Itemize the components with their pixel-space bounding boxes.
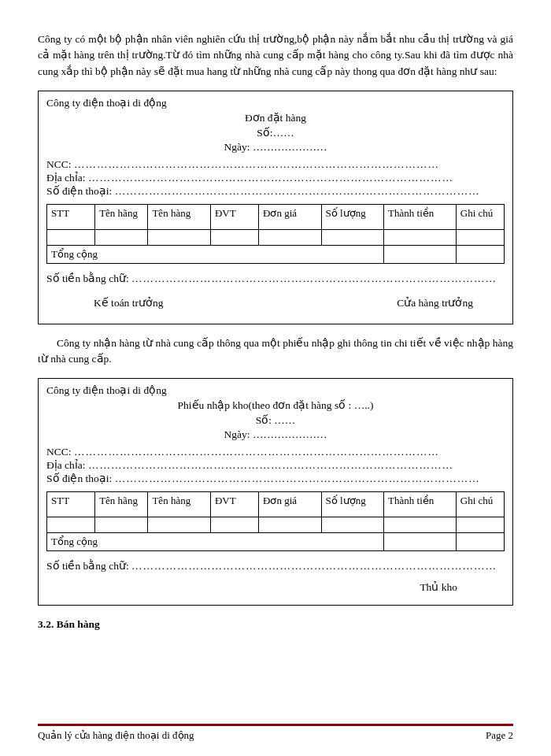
intro-paragraph: Công ty có một bộ phận nhân viên nghiên … [38,32,513,80]
form-number-row: Số:…… [46,126,505,139]
col-ghichu: Ghi chú [456,492,504,517]
ngay-label-2: Ngày: [224,428,250,440]
company-name-2: Công ty điện thoại di động [46,384,505,397]
order-form: Công ty điện thoại di động Đơn đặt hàng … [38,91,513,324]
form-date-row-2: Ngày: ………………… [46,428,505,441]
total-label: Tổng cộng [47,245,384,263]
col-ghichu: Ghi chú [456,204,504,229]
section-heading: 3.2. Bán hàng [38,618,513,631]
amount-words-row: Số tiền bằng chữ: …………………………………………………………… [46,272,505,285]
col-dongia: Đơn giá [259,492,322,517]
sdt-label-2: Số điện thoại: [46,472,112,485]
sdt-dots: …………………………………………………………………………………… [115,185,505,198]
col-tenhang2: Tên hàng [148,492,211,517]
signature-row: Kế toán trưởng Cửa hàng trưởng [46,293,505,313]
ncc-row-2: NCC: …………………………………………………………………………………… [46,446,505,458]
col-tenhang2: Tên hàng [148,204,211,229]
ngay-label: Ngày: [224,141,250,153]
col-stt: STT [47,204,95,229]
order-items-table: STT Tên hãng Tên hàng ĐVT Đơn giá Số lượ… [46,204,505,264]
sign-store-manager: Cửa hàng trưởng [397,296,473,309]
amount-words-dots: …………………………………………………………………………………… [131,272,505,285]
ncc-label: NCC: [46,158,72,171]
ngay-dots-2: ………………… [253,428,327,440]
diachi-label-2: Địa chỉa: [46,458,86,472]
ncc-row: NCC: …………………………………………………………………………………… [46,158,505,171]
diachi-label: Địa chỉa: [46,171,86,184]
table-row [47,229,505,245]
mid-paragraph: Công ty nhận hàng từ nhà cung cấp thông … [38,335,513,368]
so-dots-2: …… [274,414,295,426]
sdt-dots-2: …………………………………………………………………………………… [115,472,505,485]
diachi-row: Địa chỉa: ………………………………………………………………………………… [46,171,505,184]
so-label-2: Số: [256,414,272,426]
col-dvt: ĐVT [210,204,258,229]
sdt-label: Số điện thoại: [46,184,112,198]
col-stt: STT [47,492,95,517]
sdt-row-2: Số điện thoại: …………………………………………………………………… [46,472,505,485]
receipt-items-table: STT Tên hãng Tên hàng ĐVT Đơn giá Số lượ… [46,491,505,551]
ncc-dots-2: …………………………………………………………………………………… [74,446,505,458]
diachi-dots: …………………………………………………………………………………… [88,172,505,184]
col-tenhang: Tên hãng [95,492,148,517]
amount-words-label-2: Số tiền bằng chữ: [46,559,129,573]
table-row [47,517,505,533]
col-dvt: ĐVT [210,492,258,517]
amount-words-dots-2: …………………………………………………………………………………… [131,560,505,573]
sdt-row: Số điện thoại: …………………………………………………………………… [46,184,505,198]
table-header-row: STT Tên hãng Tên hàng ĐVT Đơn giá Số lượ… [47,492,505,517]
sign-warehouse-keeper: Thủ kho [46,580,505,594]
sign-accountant: Kế toán trưởng [94,296,164,309]
total-label: Tổng cộng [47,533,384,551]
col-soluong: Số lượng [321,204,384,229]
footer-right: Page 2 [486,729,513,742]
amount-words-label: Số tiền bằng chữ: [46,272,129,285]
amount-words-row-2: Số tiền bằng chữ: …………………………………………………………… [46,559,505,573]
so-dots: …… [273,127,294,139]
form-title: Đơn đặt hàng [46,111,505,124]
form-number-row-2: Số: …… [46,413,505,427]
ncc-dots: …………………………………………………………………………………… [74,158,505,171]
ngay-dots: ………………… [253,141,327,153]
company-name: Công ty điện thoại di động [46,96,505,109]
footer-left: Quản lý cửa hàng điện thoại di động [38,729,194,742]
total-row: Tổng cộng [47,245,505,263]
total-row: Tổng cộng [47,533,505,551]
diachi-dots-2: …………………………………………………………………………………… [88,459,505,472]
receipt-form: Công ty điện thoại di động Phiếu nhập kh… [38,378,513,606]
table-header-row: STT Tên hãng Tên hàng ĐVT Đơn giá Số lượ… [47,204,505,229]
col-thanhtien: Thành tiền [384,204,457,229]
form-date-row: Ngày: ………………… [46,141,505,154]
col-tenhang: Tên hãng [95,204,148,229]
col-thanhtien: Thành tiền [384,492,457,517]
so-label: Số: [257,127,272,139]
col-soluong: Số lượng [321,492,384,517]
ncc-label-2: NCC: [46,446,72,458]
col-dongia: Đơn giá [259,204,322,229]
page-footer: Quản lý cửa hàng điện thoại di động Page… [38,724,513,742]
diachi-row-2: Địa chỉa: ………………………………………………………………………………… [46,458,505,472]
form-title-2: Phiếu nhập kho(theo đơn đặt hàng số : ….… [46,398,505,412]
